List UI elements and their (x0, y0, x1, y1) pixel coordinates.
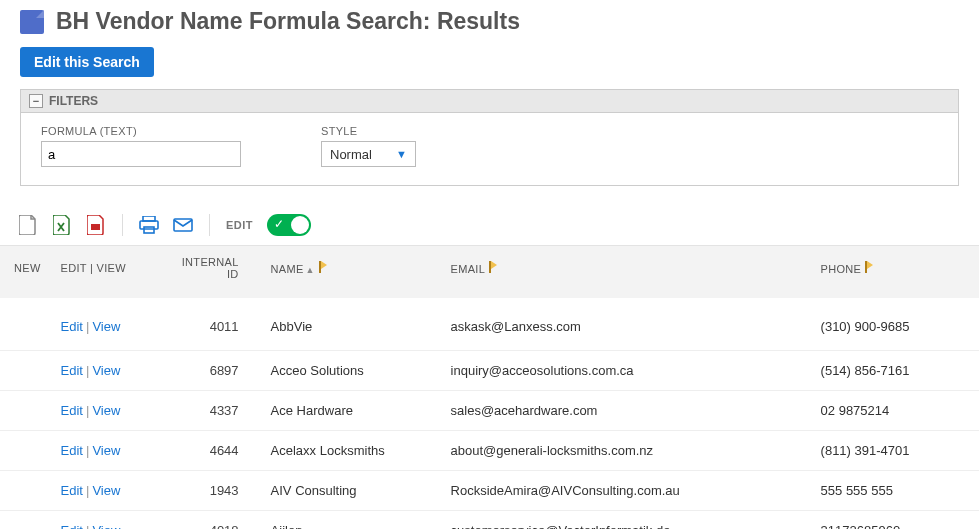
cell-new (0, 390, 51, 430)
page-icon (20, 10, 44, 34)
cell-new (0, 350, 51, 390)
formula-label: FORMULA (TEXT) (41, 125, 241, 137)
svg-rect-0 (91, 224, 100, 230)
flag-icon (865, 261, 875, 273)
col-header-new[interactable]: NEW (0, 246, 51, 295)
export-pdf-icon[interactable] (86, 215, 106, 235)
table-row: Edit|View1943AIV ConsultingRocksideAmira… (0, 470, 979, 510)
cell-internal-id: 6897 (171, 350, 261, 390)
view-link[interactable]: View (92, 319, 120, 334)
col-header-name[interactable]: NAME▲ (261, 246, 441, 295)
export-csv-icon[interactable] (18, 215, 38, 235)
filters-title: FILTERS (49, 94, 98, 108)
cell-name: AIV Consulting (261, 470, 441, 510)
cell-internal-id: 4011 (171, 294, 261, 350)
svg-rect-3 (144, 227, 154, 233)
col-header-email[interactable]: EMAIL (441, 246, 811, 295)
cell-email: sales@acehardware.com (441, 390, 811, 430)
export-excel-icon[interactable] (52, 215, 72, 235)
edit-link[interactable]: Edit (61, 363, 83, 378)
view-link[interactable]: View (92, 363, 120, 378)
table-row: Edit|View4018Ajiloncustomerservice@Vecto… (0, 510, 979, 529)
chevron-down-icon: ▼ (396, 148, 407, 160)
filters-header[interactable]: − FILTERS (20, 89, 959, 113)
table-row: Edit|View4644Acelaxx Locksmithsabout@gen… (0, 430, 979, 470)
cell-new (0, 470, 51, 510)
cell-editview: Edit|View (51, 430, 171, 470)
formula-input[interactable] (41, 141, 241, 167)
sort-asc-icon: ▲ (306, 265, 315, 275)
edit-link[interactable]: Edit (61, 403, 83, 418)
edit-link[interactable]: Edit (61, 319, 83, 334)
style-label: STYLE (321, 125, 416, 137)
cell-phone: 02 9875214 (811, 390, 979, 430)
edit-link[interactable]: Edit (61, 523, 83, 530)
table-row: Edit|View6897Acceo Solutionsinquiry@acce… (0, 350, 979, 390)
cell-email: customerservice@VectorInformatik.de (441, 510, 811, 529)
cell-email: inquiry@acceosolutions.com.ca (441, 350, 811, 390)
col-header-internal[interactable]: INTERNAL ID (171, 246, 261, 295)
cell-new (0, 510, 51, 529)
col-header-phone[interactable]: PHONE (811, 246, 979, 295)
col-header-editview[interactable]: EDIT | VIEW (51, 246, 171, 295)
table-row: Edit|View4011AbbVieaskask@Lanxess.com(31… (0, 294, 979, 350)
cell-internal-id: 1943 (171, 470, 261, 510)
cell-phone: 555 555 555 (811, 470, 979, 510)
cell-internal-id: 4018 (171, 510, 261, 529)
style-select[interactable]: Normal ▼ (321, 141, 416, 167)
flag-icon (489, 261, 499, 273)
edit-link[interactable]: Edit (61, 443, 83, 458)
cell-new (0, 430, 51, 470)
cell-email: about@generali-locksmiths.com.nz (441, 430, 811, 470)
cell-name: Acelaxx Locksmiths (261, 430, 441, 470)
edit-toggle[interactable] (267, 214, 311, 236)
svg-rect-2 (140, 221, 158, 229)
cell-name: Acceo Solutions (261, 350, 441, 390)
cell-phone: 31172685960 (811, 510, 979, 529)
view-link[interactable]: View (92, 523, 120, 530)
cell-phone: (811) 391-4701 (811, 430, 979, 470)
cell-editview: Edit|View (51, 350, 171, 390)
view-link[interactable]: View (92, 483, 120, 498)
cell-phone: (514) 856-7161 (811, 350, 979, 390)
table-row: Edit|View4337Ace Hardwaresales@acehardwa… (0, 390, 979, 430)
edit-toggle-label: EDIT (226, 219, 253, 231)
cell-internal-id: 4644 (171, 430, 261, 470)
cell-editview: Edit|View (51, 390, 171, 430)
edit-link[interactable]: Edit (61, 483, 83, 498)
collapse-icon[interactable]: − (29, 94, 43, 108)
page-title: BH Vendor Name Formula Search: Results (56, 8, 520, 35)
flag-icon (319, 261, 329, 273)
cell-email: askask@Lanxess.com (441, 294, 811, 350)
view-link[interactable]: View (92, 443, 120, 458)
svg-rect-4 (174, 219, 192, 231)
cell-new (0, 294, 51, 350)
cell-editview: Edit|View (51, 470, 171, 510)
cell-email: RocksideAmira@AIVConsulting.com.au (441, 470, 811, 510)
edit-search-button[interactable]: Edit this Search (20, 47, 154, 77)
cell-phone: (310) 900-9685 (811, 294, 979, 350)
view-link[interactable]: View (92, 403, 120, 418)
cell-name: AbbVie (261, 294, 441, 350)
cell-editview: Edit|View (51, 294, 171, 350)
email-icon[interactable] (173, 215, 193, 235)
cell-name: Ajilon (261, 510, 441, 529)
style-value: Normal (330, 147, 372, 162)
print-icon[interactable] (139, 215, 159, 235)
cell-editview: Edit|View (51, 510, 171, 529)
cell-internal-id: 4337 (171, 390, 261, 430)
cell-name: Ace Hardware (261, 390, 441, 430)
